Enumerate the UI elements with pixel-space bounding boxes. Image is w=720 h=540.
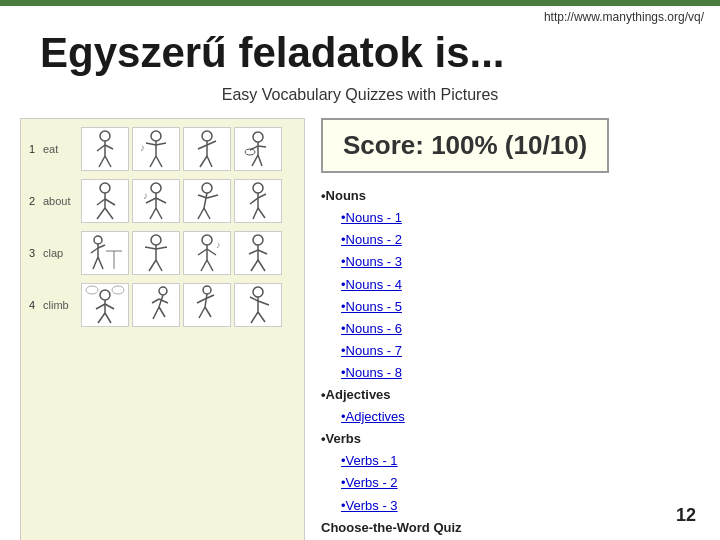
svg-line-30 (97, 208, 105, 219)
img-cell-1-1 (81, 127, 129, 171)
svg-line-23 (252, 155, 258, 166)
nouns-8-link[interactable]: •Nouns - 8 (321, 362, 690, 384)
nouns-header: •Nouns (321, 185, 690, 207)
svg-point-72 (253, 235, 263, 245)
svg-line-37 (156, 208, 162, 219)
svg-line-15 (198, 145, 207, 149)
figure-svg-2-3 (186, 181, 228, 221)
svg-line-93 (205, 294, 207, 307)
nouns-4-link[interactable]: •Nouns - 4 (321, 274, 690, 296)
figure-svg-3-2 (135, 233, 177, 273)
img-cell-1-2: ♪ (132, 127, 180, 171)
svg-point-59 (151, 235, 161, 245)
figure-svg-1-3 (186, 129, 228, 169)
nouns-7-link[interactable]: •Nouns - 7 (321, 340, 690, 362)
svg-line-48 (250, 198, 258, 204)
figure-svg-2-2: ♪ (135, 181, 177, 221)
svg-line-17 (200, 156, 207, 167)
svg-line-81 (105, 304, 114, 309)
img-cell-1-4 (234, 127, 282, 171)
svg-point-26 (100, 183, 110, 193)
nouns-5-link[interactable]: •Nouns - 5 (321, 296, 690, 318)
svg-line-63 (149, 260, 156, 271)
svg-line-55 (93, 257, 98, 269)
content-area: 1 eat (0, 118, 720, 540)
svg-line-54 (98, 245, 105, 248)
nouns-6-link[interactable]: •Nouns - 6 (321, 318, 690, 340)
svg-line-8 (146, 143, 156, 145)
row-num-4: 4 (29, 299, 43, 311)
svg-line-68 (198, 249, 207, 255)
nouns-2-link[interactable]: •Nouns - 2 (321, 229, 690, 251)
svg-line-83 (105, 313, 111, 323)
row-label-4: climb (43, 299, 81, 311)
img-cell-3-1 (81, 231, 129, 275)
img-cell-3-3: ♪ (183, 231, 231, 275)
svg-line-77 (258, 260, 265, 271)
svg-line-67 (207, 249, 216, 255)
svg-line-103 (258, 312, 265, 322)
svg-line-9 (156, 143, 166, 145)
img-cell-4-3 (183, 283, 231, 327)
img-cell-2-2: ♪ (132, 179, 180, 223)
row-num-3: 3 (29, 247, 43, 259)
quiz-row-1: 1 eat (29, 127, 296, 171)
svg-point-78 (100, 290, 110, 300)
img-cell-4-4 (234, 283, 282, 327)
svg-line-76 (251, 260, 258, 271)
svg-point-92 (203, 286, 211, 294)
figure-svg-4-1 (84, 285, 126, 325)
svg-line-96 (199, 307, 205, 318)
svg-line-16 (207, 141, 216, 145)
svg-line-43 (198, 208, 204, 219)
img-cell-3-4 (234, 231, 282, 275)
adjectives-header: •Adjectives (321, 384, 690, 406)
verbs-2-link[interactable]: •Verbs - 2 (321, 472, 690, 494)
image-cells-4 (81, 283, 282, 327)
nouns-3-link[interactable]: •Nouns - 3 (321, 251, 690, 273)
svg-point-13 (202, 131, 212, 141)
quiz-panel: 1 eat (20, 118, 305, 540)
svg-line-69 (201, 260, 207, 271)
main-title: Egyszerű feladatok is... (0, 26, 720, 76)
adjectives-link[interactable]: •Adjectives (321, 406, 690, 428)
url-text: http://www.manythings.org/vq/ (544, 10, 704, 24)
svg-point-32 (151, 183, 161, 193)
score-text: Score: 100% (10/10) (343, 130, 587, 160)
svg-line-44 (204, 208, 210, 219)
svg-point-85 (112, 286, 124, 294)
image-cells-1: ♪ (81, 127, 282, 171)
svg-line-28 (97, 199, 105, 205)
svg-point-39 (202, 183, 212, 193)
svg-point-98 (253, 287, 263, 297)
svg-line-4 (99, 156, 105, 167)
page-number: 12 (676, 505, 696, 526)
image-cells-2: ♪ (81, 179, 282, 223)
svg-line-50 (258, 208, 265, 218)
img-cell-4-2 (132, 283, 180, 327)
svg-point-0 (100, 131, 110, 141)
nouns-1-link[interactable]: •Nouns - 1 (321, 207, 690, 229)
row-label-1: eat (43, 143, 81, 155)
subtitle: Easy Vocabulary Quizzes with Pictures (0, 86, 720, 104)
svg-line-56 (98, 257, 103, 269)
figure-svg-1-4 (237, 129, 279, 169)
url-bar: http://www.manythings.org/vq/ (0, 6, 720, 26)
verbs-header: •Verbs (321, 428, 690, 450)
svg-line-74 (249, 250, 258, 254)
figure-svg-4-4 (237, 285, 279, 325)
figure-svg-4-3 (186, 285, 228, 325)
svg-line-35 (156, 198, 166, 203)
img-cell-3-2 (132, 231, 180, 275)
right-panel: Score: 100% (10/10) •Nouns •Nouns - 1 •N… (321, 118, 690, 540)
verbs-3-link[interactable]: •Verbs - 3 (321, 495, 690, 517)
svg-line-88 (152, 299, 159, 303)
figure-svg-3-4 (237, 233, 279, 273)
svg-line-10 (150, 156, 156, 167)
quiz-row-3: 3 clap (29, 231, 296, 275)
img-cell-1-3 (183, 127, 231, 171)
figure-svg-4-2 (135, 285, 177, 325)
svg-line-24 (258, 155, 262, 166)
svg-point-6 (151, 131, 161, 141)
verbs-1-link[interactable]: •Verbs - 1 (321, 450, 690, 472)
